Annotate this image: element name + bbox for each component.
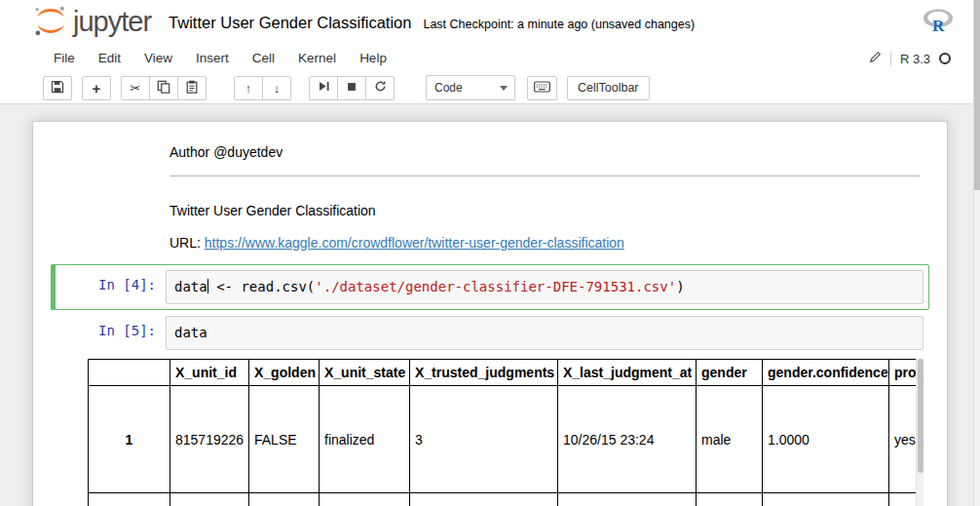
column-header: X_unit_id (170, 360, 249, 386)
toolbar: + ✂ ↑ ↓ (0, 72, 980, 104)
edit-mode-pencil-icon (869, 50, 882, 67)
scissors-icon: ✂ (131, 81, 141, 96)
table-row: 1 815719226 FALSE finalized 3 10/26/15 2… (89, 386, 924, 493)
table-cell: FALSE (249, 386, 320, 493)
plus-icon: + (93, 80, 101, 97)
row-index (89, 493, 170, 506)
page-scrollbar-thumb[interactable] (974, 0, 980, 190)
top-header: jupyter Twitter User Gender Classificati… (0, 0, 980, 104)
output-scrollbar-thumb[interactable] (918, 359, 923, 473)
jupyter-logo[interactable]: jupyter (33, 5, 151, 41)
column-header: X_last_judgment_at (558, 360, 697, 386)
output-area[interactable]: X_unit_id X_golden X_unit_state X_truste… (88, 359, 923, 506)
table-cell (320, 493, 410, 506)
command-palette-button[interactable] (527, 76, 557, 100)
author-text: Author @duyetdev (170, 143, 920, 162)
kernel-status-icon (939, 53, 951, 64)
arrow-up-icon: ↑ (245, 81, 252, 96)
markdown-prompt (57, 139, 166, 186)
table-cell (410, 493, 558, 506)
menu-cell[interactable]: Cell (241, 45, 286, 72)
row-index: 1 (89, 386, 170, 493)
kernel-name-label: R 3.3 (900, 52, 930, 66)
column-header: gender.confidence (763, 360, 889, 386)
checkpoint-status: Last Checkpoint: a minute ago (unsaved c… (423, 18, 695, 31)
table-header-row: X_unit_id X_golden X_unit_state X_truste… (89, 360, 924, 386)
move-cell-down-button[interactable]: ↓ (262, 76, 291, 100)
run-cell-button[interactable] (309, 76, 338, 100)
menu-file[interactable]: File (42, 45, 87, 72)
interrupt-kernel-button[interactable] (337, 76, 366, 100)
table-cell (170, 493, 249, 506)
paste-cell-button[interactable] (177, 76, 207, 100)
menu-edit[interactable]: Edit (87, 45, 132, 72)
column-header: X_unit_state (320, 360, 410, 386)
output-scrollbar[interactable] (916, 359, 923, 506)
menu-view[interactable]: View (132, 45, 184, 72)
move-cell-up-button[interactable]: ↑ (234, 76, 263, 100)
markdown-cell-intro[interactable]: Twitter User Gender Classification URL: … (51, 192, 929, 264)
dataframe-output-table: X_unit_id X_golden X_unit_state X_truste… (88, 359, 923, 506)
table-cell (697, 493, 763, 506)
table-cell: 1.0000 (763, 386, 889, 493)
menu-divider (890, 52, 891, 66)
page-scrollbar[interactable] (973, 0, 980, 506)
menu-insert[interactable]: Insert (184, 45, 241, 72)
keyboard-icon (534, 81, 550, 96)
code-token-plain: <- read.csv( (208, 279, 316, 294)
kaggle-dataset-link[interactable]: https://www.kaggle.com/crowdflower/twitt… (205, 235, 624, 251)
add-cell-button[interactable]: + (82, 76, 111, 100)
code-token-variable: data (174, 325, 207, 340)
table-cell (249, 493, 320, 506)
code-cell-5[interactable]: In [5]: data X_unit_id X_golden X_unit_s… (51, 310, 929, 506)
save-icon (51, 80, 64, 97)
copy-icon (157, 80, 170, 97)
menu-kernel[interactable]: Kernel (286, 45, 348, 72)
restart-kernel-button[interactable] (365, 76, 395, 100)
column-header: X_trusted_judgments (410, 360, 558, 386)
code-token-plain: ) (676, 279, 684, 294)
stop-icon (346, 81, 358, 96)
jupyter-planet-icon (33, 5, 68, 41)
table-cell: 815719226 (170, 386, 249, 493)
r-kernel-logo-icon: R (923, 8, 954, 37)
cell-type-dropdown[interactable]: Code (426, 75, 515, 100)
table-cell (558, 493, 697, 506)
code-input-5[interactable]: data (166, 316, 923, 350)
chevron-down-icon (500, 86, 508, 91)
code-cell-4[interactable]: In [4]: data <- read.csv('./dataset/gend… (51, 264, 929, 310)
save-button[interactable] (43, 76, 72, 100)
notebook-title[interactable]: Twitter User Gender Classification (169, 14, 411, 32)
cell-type-value: Code (434, 81, 463, 95)
table-row (89, 493, 924, 506)
celltoolbar-button[interactable]: CellToolbar (567, 76, 650, 100)
run-icon (318, 80, 330, 96)
arrow-down-icon: ↓ (274, 81, 281, 96)
url-label: URL: (170, 235, 205, 251)
code-token-string: './dataset/gender-classifier-DFE-791531.… (315, 279, 676, 294)
markdown-cell-author[interactable]: Author @duyetdev (51, 134, 929, 192)
table-cell: male (697, 386, 763, 493)
paste-icon (185, 80, 199, 97)
copy-cell-button[interactable] (149, 76, 178, 100)
column-header: gender (697, 360, 763, 386)
column-header: X_golden (249, 360, 320, 386)
code-token-variable: data (174, 279, 207, 294)
code-input-4[interactable]: data <- read.csv('./dataset/gender-class… (166, 270, 923, 304)
notebook-area: Author @duyetdev Twitter User Gender Cla… (0, 104, 980, 506)
markdown-prompt (57, 198, 166, 258)
column-header (89, 360, 170, 386)
intro-title: Twitter User Gender Classification (170, 202, 920, 220)
restart-icon (374, 80, 387, 96)
table-cell: 3 (410, 386, 558, 493)
svg-text:R: R (932, 17, 945, 33)
menu-help[interactable]: Help (348, 45, 398, 72)
markdown-divider (170, 175, 920, 176)
jupyter-logo-text: jupyter (73, 6, 151, 38)
input-prompt: In [5]: (57, 316, 166, 350)
input-prompt: In [4]: (57, 270, 166, 304)
table-cell: 10/26/15 23:24 (558, 386, 697, 493)
cut-cell-button[interactable]: ✂ (121, 76, 150, 100)
notebook-container: Author @duyetdev Twitter User Gender Cla… (32, 121, 948, 506)
table-cell: finalized (320, 386, 410, 493)
